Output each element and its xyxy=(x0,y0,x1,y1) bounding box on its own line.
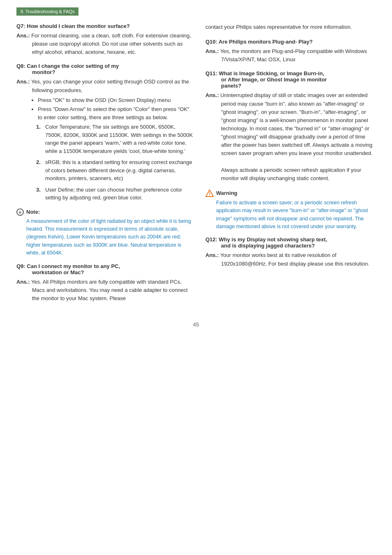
answer-q8: Ans.: Yes, you can change your color set… xyxy=(16,78,193,201)
answer-text-q11: Uninterrupted display of still or static… xyxy=(220,92,372,156)
num-2: 2. xyxy=(36,158,43,183)
question-q11: Q11: What is Image Sticking, or Image Bu… xyxy=(205,70,376,89)
question-q10: Q10: Are Philips monitors Plug-and- Play… xyxy=(205,39,376,45)
q9-cont: contact your Philips sales representativ… xyxy=(205,23,376,31)
answer-q11: Ans.: Uninterrupted display of still or … xyxy=(205,91,376,183)
answer-text-q12: Your monitor works best at its native re… xyxy=(220,252,369,266)
numbered-item-3: 3. User Define; the user can choose his/… xyxy=(36,186,193,202)
question-q12: Q12: Why is my Display not showing sharp… xyxy=(205,236,376,249)
warning-box: ! Warning Failure to activate a screen s… xyxy=(205,189,376,231)
question-q9: Q9: Can I connect my monitor to any PC, … xyxy=(16,263,193,275)
note-box: e Note: A measurement of the color of li… xyxy=(16,208,193,257)
bullet-item-2: Press "Down Arrow" to select the option … xyxy=(38,105,193,121)
note-header: e Note: xyxy=(16,208,193,216)
warning-label: Warning xyxy=(216,190,238,196)
numbered-item-1: 1. Color Temperature; The six settings a… xyxy=(36,123,193,155)
num-1: 1. xyxy=(36,123,43,155)
tab-bar: 8. Troubleshooting & FAQs xyxy=(16,7,78,16)
bullet-item-1: Press "OK" to show the OSD (On Screen Di… xyxy=(38,96,193,104)
bullet-list-q8: Press "OK" to show the OSD (On Screen Di… xyxy=(38,96,193,122)
question-q11-line3: panels? xyxy=(205,83,241,89)
num-3: 3. xyxy=(36,186,43,202)
question-q9-line2: workstation or Mac? xyxy=(16,269,84,275)
ans-label-q8: Ans.: xyxy=(16,79,30,85)
page-number: 45 xyxy=(16,321,376,328)
question-q11-line1: Q11: What is Image Sticking, or Image Bu… xyxy=(205,70,324,76)
note-text: A measurement of the color of light radi… xyxy=(16,217,193,257)
answer-text2-q11: Always activate a periodic screen refres… xyxy=(221,167,361,181)
question-q12-line2: and is displaying jagged characters? xyxy=(205,243,315,249)
answer-intro-q8: Yes, you can change your color setting t… xyxy=(31,79,189,93)
warning-icon: ! xyxy=(205,189,214,197)
numbered-text-1: Color Temperature; The six settings are … xyxy=(45,123,193,155)
answer-q12: Ans.: Your monitor works best at its nat… xyxy=(205,251,376,268)
question-q7: Q7: How should I clean the monitor surfa… xyxy=(16,23,193,29)
left-column: Q7: How should I clean the monitor surfa… xyxy=(16,23,193,309)
question-q8: Q8: Can I change the color setting of my… xyxy=(16,63,193,75)
numbered-text-2: sRGB; this is a standard setting for ens… xyxy=(45,158,193,183)
numbered-item-2: 2. sRGB; this is a standard setting for … xyxy=(36,158,193,183)
right-column: contact your Philips sales representativ… xyxy=(205,23,376,309)
note-icon: e xyxy=(16,208,24,216)
ans-label-q12: Ans.: xyxy=(205,252,219,258)
answer-text-q10: Yes, the monitors are Plug-and-Play comp… xyxy=(220,48,367,62)
answer-text-q9: Yes. All Philips monitors are fully comp… xyxy=(31,279,188,301)
ans-label-q11: Ans.: xyxy=(205,92,219,98)
ans-label-q9: Ans.: xyxy=(16,279,30,285)
qa-block-q7: Q7: How should I clean the monitor surfa… xyxy=(16,23,193,56)
question-q8-line2: monitor? xyxy=(16,69,55,75)
warning-text: Failure to activate a screen saver, or a… xyxy=(205,199,376,231)
q9-cont-text: contact your Philips sales representativ… xyxy=(205,24,352,30)
qa-block-q9: Q9: Can I connect my monitor to any PC, … xyxy=(16,263,193,303)
svg-text:!: ! xyxy=(209,192,210,197)
page-container: 8. Troubleshooting & FAQs Q7: How should… xyxy=(0,0,392,555)
question-q8-line1: Q8: Can I change the color setting of my xyxy=(16,63,119,69)
answer-q10: Ans.: Yes, the monitors are Plug-and-Pla… xyxy=(205,47,376,64)
note-label: Note: xyxy=(26,209,40,215)
answer-q9: Ans.: Yes. All Philips monitors are full… xyxy=(16,278,193,303)
two-column-layout: Q7: How should I clean the monitor surfa… xyxy=(16,23,376,309)
numbered-text-3: User Define; the user can choose his/her… xyxy=(45,186,193,202)
ans-label-q10: Ans.: xyxy=(205,48,219,54)
answer-text-q7: For normal cleaning, use a clean, soft c… xyxy=(31,32,191,55)
ans-label-q7: Ans.: xyxy=(16,32,30,39)
question-q12-line1: Q12: Why is my Display not showing sharp… xyxy=(205,236,327,243)
numbered-list-q8: 1. Color Temperature; The six settings a… xyxy=(32,123,193,202)
warning-header: ! Warning xyxy=(205,189,376,197)
qa-block-q11: Q11: What is Image Sticking, or Image Bu… xyxy=(205,70,376,183)
qa-block-q8: Q8: Can I change the color setting of my… xyxy=(16,63,193,201)
qa-block-q12: Q12: Why is my Display not showing sharp… xyxy=(205,236,376,268)
qa-block-q10: Q10: Are Philips monitors Plug-and- Play… xyxy=(205,39,376,64)
answer-q7: Ans.: For normal cleaning, use a clean, … xyxy=(16,32,193,56)
question-q11-line2: or After Image, or Ghost Image in monito… xyxy=(205,76,327,83)
question-q9-line1: Q9: Can I connect my monitor to any PC, xyxy=(16,263,120,269)
